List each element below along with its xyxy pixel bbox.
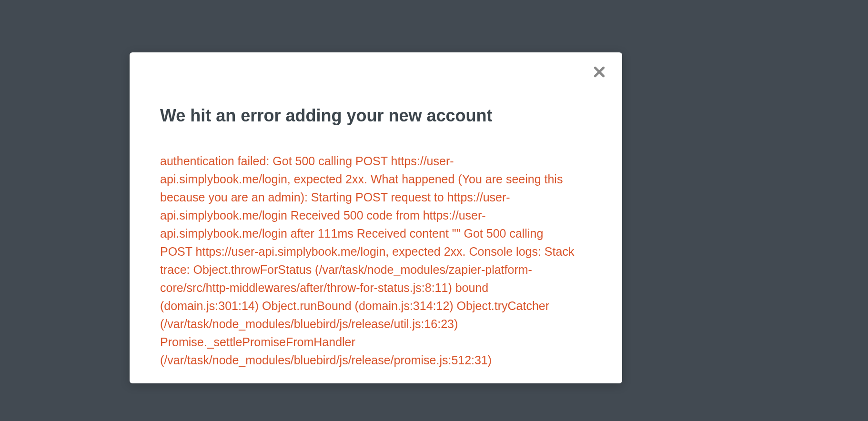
close-icon <box>593 65 606 80</box>
modal-title: We hit an error adding your new account <box>160 105 589 126</box>
modal-content: We hit an error adding your new account … <box>130 52 622 383</box>
error-message: authentication failed: Got 500 calling P… <box>160 152 575 369</box>
error-modal: We hit an error adding your new account … <box>130 52 622 383</box>
close-button[interactable] <box>590 63 609 82</box>
